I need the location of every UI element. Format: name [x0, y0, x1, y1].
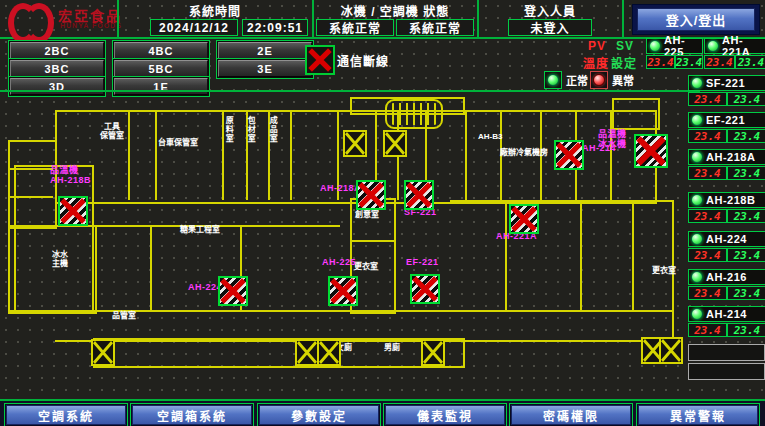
- set-label: 設定: [611, 54, 637, 71]
- unit-pv-value: 23.4: [688, 92, 727, 106]
- floor-button-2bc[interactable]: 2BC: [10, 42, 104, 59]
- unit-ah-214[interactable]: AH-214: [688, 306, 765, 322]
- unit-ah-225[interactable]: AH-225: [646, 38, 703, 54]
- unit-ah-218a[interactable]: AH-218A: [688, 149, 765, 165]
- wall: [8, 168, 53, 170]
- room-label: 糖果工程室: [180, 225, 220, 234]
- unit-status-led: [691, 233, 703, 245]
- abnormal-legend-label: 異常: [612, 72, 634, 88]
- bottom-nav-bar: 空調系統空調箱系統參數設定儀表監視密碼權限異常警報: [0, 399, 765, 426]
- unit-pv-value: 23.4: [704, 55, 735, 69]
- wall: [450, 200, 672, 202]
- stair-shaft-icon: [383, 130, 407, 157]
- ahu-comm-loss-icon[interactable]: [58, 196, 88, 226]
- unit-pv-value: 23.4: [688, 166, 727, 180]
- wall: [580, 200, 582, 310]
- system-date-value: 2024/12/12: [150, 19, 238, 36]
- floor-button-3e[interactable]: 3E: [218, 60, 312, 77]
- room-label: 包材室: [246, 116, 255, 143]
- ahu-comm-loss-icon[interactable]: [410, 274, 440, 304]
- wall: [465, 110, 467, 200]
- wall: [290, 110, 292, 200]
- login-status-value: 未登入: [508, 19, 592, 36]
- room-label: 更衣室: [652, 266, 676, 275]
- room-label: 品管室: [112, 311, 136, 320]
- nav-button-wrap: 參數設定: [257, 403, 381, 426]
- wall: [93, 338, 465, 368]
- floor-button-2e[interactable]: 2E: [218, 42, 312, 59]
- room-label: 更衣室: [354, 262, 378, 271]
- ahu-comm-loss-icon[interactable]: [634, 134, 668, 168]
- floor-button-3bc[interactable]: 3BC: [10, 60, 104, 77]
- unit-sv-value: 23.4: [727, 323, 765, 337]
- unit-status-led: [707, 40, 719, 52]
- unit-ah-218b[interactable]: AH-218B: [688, 192, 765, 208]
- nav-button-4[interactable]: 儀表監視: [385, 405, 505, 425]
- floor-button-wrap: 3E: [216, 58, 314, 79]
- room-label: 創意室: [355, 210, 379, 219]
- login-logout-button[interactable]: 登入/登出: [632, 4, 760, 35]
- nav-button-5[interactable]: 密碼權限: [511, 405, 631, 425]
- divider: [117, 0, 119, 37]
- room-label: 台車保管室: [158, 138, 198, 147]
- unit-ah-224[interactable]: AH-224: [688, 231, 765, 247]
- scada-screen: 宏亞食品 HUNYA FOODS 系統時間 2024/12/12 22:09:5…: [0, 0, 765, 426]
- unit-pv-value: 23.4: [688, 323, 727, 337]
- logo-subtitle: HUNYA FOODS: [60, 22, 122, 29]
- chiller-status-value: 系統正常: [316, 19, 394, 36]
- room-label: 工具 保管室: [100, 122, 124, 140]
- unit-name-label: SF-221: [706, 77, 745, 89]
- unit-status-led: [649, 40, 661, 52]
- wall: [155, 110, 157, 200]
- system-clock-value: 22:09:51: [242, 19, 308, 36]
- device-label: AH-218A: [320, 184, 361, 194]
- normal-legend-label: 正常: [566, 72, 588, 88]
- normal-legend: 正常: [544, 71, 588, 89]
- floor-button-5bc[interactable]: 5BC: [114, 60, 208, 77]
- ahu-comm-loss-icon[interactable]: [554, 140, 584, 170]
- comm-loss-label: 通信斷線: [337, 52, 389, 69]
- abnormal-legend: 異常: [590, 71, 634, 89]
- room-label: 原料室: [224, 116, 233, 143]
- unit-status-led: [691, 114, 703, 126]
- nav-button-1[interactable]: 空調系統: [6, 405, 126, 425]
- unit-sv-value: 23.4: [675, 55, 703, 69]
- room-label: 冰水 主機: [52, 250, 68, 268]
- unit-status-led: [691, 308, 703, 320]
- wall: [505, 200, 507, 310]
- unit-ah-221a[interactable]: AH-221A: [704, 38, 765, 54]
- unit-name-label: EF-221: [706, 114, 745, 126]
- empty-slot: [688, 344, 765, 361]
- wall: [8, 196, 53, 198]
- stair-shaft-icon: [295, 339, 319, 366]
- ahu-comm-loss-icon[interactable]: [328, 276, 358, 306]
- unit-name-label: AH-218B: [706, 194, 755, 206]
- wall: [612, 98, 660, 130]
- room-label: AH-B3: [478, 132, 502, 141]
- temp-label: 溫度: [583, 54, 609, 71]
- unit-sv-value: 23.4: [727, 286, 765, 300]
- room-label: 廠辦冷氣機房: [500, 148, 548, 157]
- nav-button-2[interactable]: 空調箱系統: [132, 405, 252, 425]
- ahu-comm-loss-icon[interactable]: [509, 204, 539, 234]
- nav-button-6[interactable]: 異常警報: [638, 405, 758, 425]
- floor-button-4bc[interactable]: 4BC: [114, 42, 208, 59]
- unit-sv-value: 23.4: [727, 166, 765, 180]
- stair-shaft-icon: [421, 339, 445, 366]
- nav-button-3[interactable]: 參數設定: [259, 405, 379, 425]
- unit-pv-value: 23.4: [688, 248, 727, 262]
- logo-icon: [8, 3, 54, 33]
- unit-ef-221[interactable]: EF-221: [688, 112, 765, 128]
- ahu-comm-loss-icon[interactable]: [404, 180, 434, 210]
- nav-button-wrap: 空調系統: [4, 403, 128, 426]
- wall: [632, 200, 634, 310]
- ahu-status-value: 系統正常: [396, 19, 474, 36]
- ahu-comm-loss-icon[interactable]: [356, 180, 386, 210]
- unit-sf-221[interactable]: SF-221: [688, 75, 765, 91]
- unit-status-led: [691, 271, 703, 283]
- unit-name-label: AH-214: [706, 308, 747, 320]
- unit-status-led: [691, 151, 703, 163]
- ahu-comm-loss-icon[interactable]: [218, 276, 248, 306]
- pv-label: PV: [588, 39, 606, 53]
- unit-ah-216[interactable]: AH-216: [688, 269, 765, 285]
